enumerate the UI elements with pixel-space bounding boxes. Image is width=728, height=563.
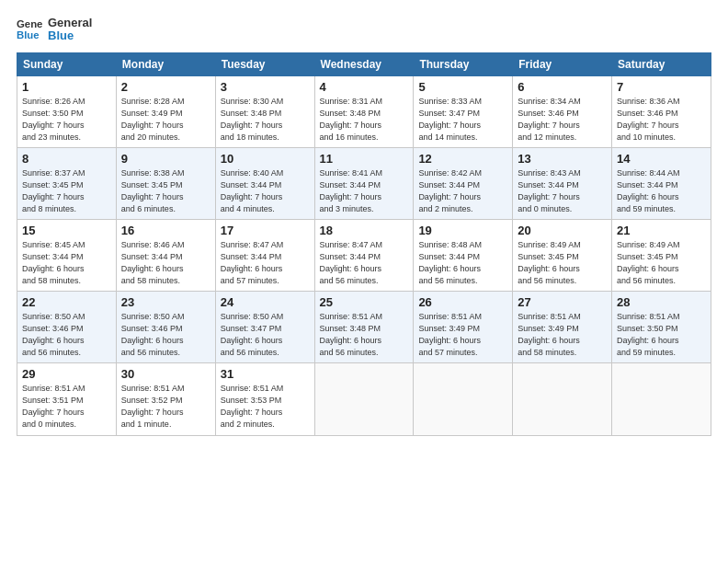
calendar-cell: 16Sunrise: 8:46 AM Sunset: 3:44 PM Dayli… [116,219,215,291]
calendar-cell: 14Sunrise: 8:44 AM Sunset: 3:44 PM Dayli… [612,147,711,219]
calendar-cell: 28Sunrise: 8:51 AM Sunset: 3:50 PM Dayli… [612,292,711,363]
day-info: Sunrise: 8:30 AM Sunset: 3:48 PM Dayligh… [221,96,310,144]
day-number: 9 [121,152,210,166]
day-info: Sunrise: 8:37 AM Sunset: 3:45 PM Dayligh… [22,167,111,215]
calendar-cell [513,363,612,435]
day-number: 7 [617,80,706,94]
calendar-cell: 30Sunrise: 8:51 AM Sunset: 3:52 PM Dayli… [116,363,215,435]
day-info: Sunrise: 8:41 AM Sunset: 3:44 PM Dayligh… [320,167,409,215]
col-sunday: Sunday [17,52,117,75]
day-info: Sunrise: 8:47 AM Sunset: 3:44 PM Dayligh… [221,239,310,287]
day-number: 23 [121,295,210,309]
day-number: 16 [121,224,210,237]
calendar-cell: 29Sunrise: 8:51 AM Sunset: 3:51 PM Dayli… [17,363,117,435]
col-wednesday: Wednesday [314,52,414,75]
day-info: Sunrise: 8:40 AM Sunset: 3:44 PM Dayligh… [221,167,310,215]
day-info: Sunrise: 8:31 AM Sunset: 3:48 PM Dayligh… [320,96,409,144]
calendar-cell: 10Sunrise: 8:40 AM Sunset: 3:44 PM Dayli… [215,147,314,219]
day-info: Sunrise: 8:51 AM Sunset: 3:51 PM Dayligh… [22,383,111,431]
day-number: 21 [617,224,706,237]
day-info: Sunrise: 8:42 AM Sunset: 3:44 PM Dayligh… [418,167,507,215]
day-number: 30 [121,367,210,381]
calendar-cell: 4Sunrise: 8:31 AM Sunset: 3:48 PM Daylig… [314,75,414,147]
day-number: 31 [221,367,310,381]
calendar-cell: 8Sunrise: 8:37 AM Sunset: 3:45 PM Daylig… [17,147,117,219]
day-number: 3 [221,80,310,94]
day-info: Sunrise: 8:26 AM Sunset: 3:50 PM Dayligh… [22,96,111,144]
page: General Blue GeneralBlue Sunday Monday T… [0,0,728,563]
calendar-cell: 20Sunrise: 8:49 AM Sunset: 3:45 PM Dayli… [513,219,612,291]
day-info: Sunrise: 8:51 AM Sunset: 3:50 PM Dayligh… [617,311,706,359]
col-thursday: Thursday [414,52,513,75]
day-info: Sunrise: 8:49 AM Sunset: 3:45 PM Dayligh… [518,239,607,287]
calendar-cell: 22Sunrise: 8:50 AM Sunset: 3:46 PM Dayli… [17,292,117,363]
day-info: Sunrise: 8:34 AM Sunset: 3:46 PM Dayligh… [518,96,607,144]
day-info: Sunrise: 8:50 AM Sunset: 3:46 PM Dayligh… [121,311,210,359]
day-number: 25 [320,295,409,309]
day-number: 4 [320,80,409,94]
calendar-cell: 31Sunrise: 8:51 AM Sunset: 3:53 PM Dayli… [215,363,314,435]
day-number: 2 [121,80,210,94]
day-number: 13 [518,152,607,166]
day-number: 22 [22,295,111,309]
day-number: 27 [518,295,607,309]
day-info: Sunrise: 8:50 AM Sunset: 3:47 PM Dayligh… [221,311,310,359]
calendar-week-row: 15Sunrise: 8:45 AM Sunset: 3:44 PM Dayli… [17,219,711,291]
day-info: Sunrise: 8:51 AM Sunset: 3:49 PM Dayligh… [418,311,507,359]
day-number: 19 [418,224,507,237]
calendar-cell: 25Sunrise: 8:51 AM Sunset: 3:48 PM Dayli… [314,292,414,363]
calendar-cell: 24Sunrise: 8:50 AM Sunset: 3:47 PM Dayli… [215,292,314,363]
day-info: Sunrise: 8:51 AM Sunset: 3:52 PM Dayligh… [121,383,210,431]
day-info: Sunrise: 8:48 AM Sunset: 3:44 PM Dayligh… [418,239,507,287]
calendar-week-row: 22Sunrise: 8:50 AM Sunset: 3:46 PM Dayli… [17,292,711,363]
calendar-cell: 17Sunrise: 8:47 AM Sunset: 3:44 PM Dayli… [215,219,314,291]
calendar-cell: 1Sunrise: 8:26 AM Sunset: 3:50 PM Daylig… [17,75,117,147]
header: General Blue GeneralBlue [17,17,711,43]
day-number: 26 [418,295,507,309]
logo-text: GeneralBlue [48,17,92,43]
day-info: Sunrise: 8:51 AM Sunset: 3:49 PM Dayligh… [518,311,607,359]
calendar-cell: 12Sunrise: 8:42 AM Sunset: 3:44 PM Dayli… [414,147,513,219]
col-monday: Monday [116,52,215,75]
calendar-cell: 6Sunrise: 8:34 AM Sunset: 3:46 PM Daylig… [513,75,612,147]
day-number: 10 [221,152,310,166]
day-info: Sunrise: 8:44 AM Sunset: 3:44 PM Dayligh… [617,167,706,215]
day-number: 12 [418,152,507,166]
calendar-cell: 18Sunrise: 8:47 AM Sunset: 3:44 PM Dayli… [314,219,414,291]
calendar-cell [314,363,414,435]
day-number: 20 [518,224,607,237]
calendar-week-row: 1Sunrise: 8:26 AM Sunset: 3:50 PM Daylig… [17,75,711,147]
day-info: Sunrise: 8:38 AM Sunset: 3:45 PM Dayligh… [121,167,210,215]
calendar-cell: 9Sunrise: 8:38 AM Sunset: 3:45 PM Daylig… [116,147,215,219]
col-tuesday: Tuesday [215,52,314,75]
calendar-cell: 7Sunrise: 8:36 AM Sunset: 3:46 PM Daylig… [612,75,711,147]
day-number: 24 [221,295,310,309]
day-info: Sunrise: 8:49 AM Sunset: 3:45 PM Dayligh… [617,239,706,287]
day-info: Sunrise: 8:45 AM Sunset: 3:44 PM Dayligh… [22,239,111,287]
day-number: 5 [418,80,507,94]
calendar-week-row: 29Sunrise: 8:51 AM Sunset: 3:51 PM Dayli… [17,363,711,435]
logo: General Blue GeneralBlue [17,17,92,43]
svg-text:General: General [17,19,42,30]
day-info: Sunrise: 8:50 AM Sunset: 3:46 PM Dayligh… [22,311,111,359]
calendar-cell [414,363,513,435]
day-number: 14 [617,152,706,166]
day-number: 18 [320,224,409,237]
calendar-cell: 3Sunrise: 8:30 AM Sunset: 3:48 PM Daylig… [215,75,314,147]
logo-icon: General Blue [17,17,42,42]
calendar-cell: 21Sunrise: 8:49 AM Sunset: 3:45 PM Dayli… [612,219,711,291]
calendar-header-row: Sunday Monday Tuesday Wednesday Thursday… [17,52,711,75]
svg-text:Blue: Blue [17,29,40,40]
day-info: Sunrise: 8:28 AM Sunset: 3:49 PM Dayligh… [121,96,210,144]
day-number: 17 [221,224,310,237]
day-number: 15 [22,224,111,237]
col-friday: Friday [513,52,612,75]
calendar-cell [612,363,711,435]
day-info: Sunrise: 8:33 AM Sunset: 3:47 PM Dayligh… [418,96,507,144]
calendar-cell: 15Sunrise: 8:45 AM Sunset: 3:44 PM Dayli… [17,219,117,291]
calendar-cell: 26Sunrise: 8:51 AM Sunset: 3:49 PM Dayli… [414,292,513,363]
calendar-cell: 2Sunrise: 8:28 AM Sunset: 3:49 PM Daylig… [116,75,215,147]
day-number: 28 [617,295,706,309]
day-info: Sunrise: 8:47 AM Sunset: 3:44 PM Dayligh… [320,239,409,287]
day-info: Sunrise: 8:43 AM Sunset: 3:44 PM Dayligh… [518,167,607,215]
